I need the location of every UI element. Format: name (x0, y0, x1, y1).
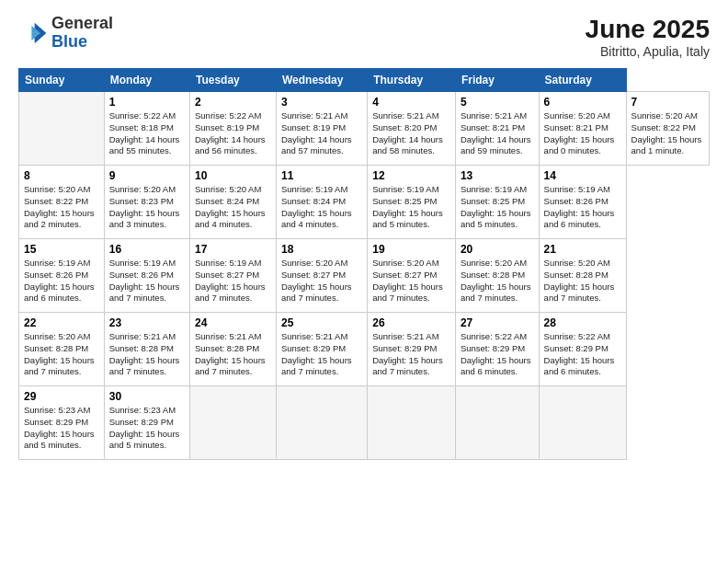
calendar-week-row: 22Sunrise: 5:20 AM Sunset: 8:28 PM Dayli… (19, 313, 710, 386)
weekday-header: Thursday (368, 69, 456, 92)
calendar-cell: 21Sunrise: 5:20 AM Sunset: 8:28 PM Dayli… (539, 239, 626, 313)
calendar-cell-empty (455, 386, 539, 460)
calendar-cell: 22Sunrise: 5:20 AM Sunset: 8:28 PM Dayli… (19, 313, 105, 386)
calendar-title: June 2025 (586, 15, 710, 44)
day-number: 3 (281, 96, 362, 109)
calendar-cell: 12Sunrise: 5:19 AM Sunset: 8:25 PM Dayli… (368, 166, 456, 239)
weekday-header: Wednesday (276, 69, 367, 92)
day-info: Sunrise: 5:21 AM Sunset: 8:29 PM Dayligh… (372, 331, 450, 378)
day-number: 15 (24, 243, 99, 256)
calendar-week-row: 1Sunrise: 5:22 AM Sunset: 8:18 PM Daylig… (19, 92, 710, 166)
calendar-cell: 23Sunrise: 5:21 AM Sunset: 8:28 PM Dayli… (104, 313, 189, 386)
logo: General Blue (18, 15, 113, 52)
calendar-cell-empty (539, 386, 626, 460)
calendar-cell: 15Sunrise: 5:19 AM Sunset: 8:26 PM Dayli… (19, 239, 105, 313)
calendar-cell: 14Sunrise: 5:19 AM Sunset: 8:26 PM Dayli… (539, 166, 626, 239)
day-number: 30 (109, 390, 185, 403)
day-number: 18 (281, 243, 362, 256)
day-number: 2 (195, 96, 271, 109)
day-info: Sunrise: 5:20 AM Sunset: 8:22 PM Dayligh… (631, 110, 704, 157)
calendar-week-row: 15Sunrise: 5:19 AM Sunset: 8:26 PM Dayli… (19, 239, 710, 313)
day-number: 6 (544, 96, 621, 109)
calendar-cell-empty (368, 386, 456, 460)
weekday-header: Saturday (539, 69, 626, 92)
calendar-cell: 13Sunrise: 5:19 AM Sunset: 8:25 PM Dayli… (455, 166, 539, 239)
title-block: June 2025 Bitritto, Apulia, Italy (586, 15, 710, 59)
day-info: Sunrise: 5:21 AM Sunset: 8:21 PM Dayligh… (461, 110, 534, 157)
day-number: 1 (109, 96, 185, 109)
header: General Blue June 2025 Bitritto, Apulia,… (18, 15, 710, 59)
day-number: 13 (461, 169, 534, 182)
calendar-cell: 25Sunrise: 5:21 AM Sunset: 8:29 PM Dayli… (276, 313, 367, 386)
day-number: 23 (109, 316, 185, 329)
day-number: 22 (24, 316, 99, 329)
day-info: Sunrise: 5:23 AM Sunset: 8:29 PM Dayligh… (24, 405, 99, 452)
calendar-week-row: 8Sunrise: 5:20 AM Sunset: 8:22 PM Daylig… (19, 166, 710, 239)
calendar-cell-empty (190, 386, 277, 460)
calendar-cell-empty (19, 92, 105, 166)
day-info: Sunrise: 5:20 AM Sunset: 8:27 PM Dayligh… (372, 258, 450, 304)
day-info: Sunrise: 5:20 AM Sunset: 8:23 PM Dayligh… (109, 184, 185, 231)
day-info: Sunrise: 5:20 AM Sunset: 8:22 PM Dayligh… (24, 184, 99, 231)
day-number: 17 (195, 243, 271, 256)
logo-icon (18, 18, 48, 48)
day-info: Sunrise: 5:20 AM Sunset: 8:24 PM Dayligh… (195, 184, 271, 231)
day-info: Sunrise: 5:22 AM Sunset: 8:29 PM Dayligh… (461, 331, 534, 378)
day-number: 25 (281, 316, 362, 329)
calendar-cell: 26Sunrise: 5:21 AM Sunset: 8:29 PM Dayli… (368, 313, 456, 386)
day-number: 4 (372, 96, 450, 109)
day-number: 24 (195, 316, 271, 329)
calendar-week-row: 29Sunrise: 5:23 AM Sunset: 8:29 PM Dayli… (19, 386, 710, 460)
day-info: Sunrise: 5:19 AM Sunset: 8:26 PM Dayligh… (109, 258, 185, 304)
day-info: Sunrise: 5:19 AM Sunset: 8:25 PM Dayligh… (372, 184, 450, 231)
calendar-cell: 16Sunrise: 5:19 AM Sunset: 8:26 PM Dayli… (104, 239, 189, 313)
calendar-cell: 27Sunrise: 5:22 AM Sunset: 8:29 PM Dayli… (455, 313, 539, 386)
day-info: Sunrise: 5:21 AM Sunset: 8:20 PM Dayligh… (372, 110, 450, 157)
calendar-cell: 9Sunrise: 5:20 AM Sunset: 8:23 PM Daylig… (104, 166, 189, 239)
day-number: 29 (24, 390, 99, 403)
day-info: Sunrise: 5:20 AM Sunset: 8:28 PM Dayligh… (24, 331, 99, 378)
day-number: 11 (281, 169, 362, 182)
day-info: Sunrise: 5:19 AM Sunset: 8:27 PM Dayligh… (195, 258, 271, 304)
calendar-table: SundayMondayTuesdayWednesdayThursdayFrid… (18, 68, 710, 460)
weekday-header: Sunday (19, 69, 105, 92)
day-info: Sunrise: 5:21 AM Sunset: 8:28 PM Dayligh… (195, 331, 271, 378)
calendar-cell: 29Sunrise: 5:23 AM Sunset: 8:29 PM Dayli… (19, 386, 105, 460)
weekday-header: Tuesday (190, 69, 277, 92)
day-info: Sunrise: 5:23 AM Sunset: 8:29 PM Dayligh… (109, 405, 185, 452)
day-info: Sunrise: 5:22 AM Sunset: 8:18 PM Dayligh… (109, 110, 185, 157)
calendar-cell: 18Sunrise: 5:20 AM Sunset: 8:27 PM Dayli… (276, 239, 367, 313)
day-info: Sunrise: 5:19 AM Sunset: 8:25 PM Dayligh… (461, 184, 534, 231)
day-info: Sunrise: 5:19 AM Sunset: 8:26 PM Dayligh… (24, 258, 99, 304)
weekday-header-row: SundayMondayTuesdayWednesdayThursdayFrid… (19, 69, 710, 92)
day-number: 14 (544, 169, 621, 182)
day-info: Sunrise: 5:20 AM Sunset: 8:28 PM Dayligh… (544, 258, 621, 304)
calendar-cell: 20Sunrise: 5:20 AM Sunset: 8:28 PM Dayli… (455, 239, 539, 313)
day-number: 21 (544, 243, 621, 256)
day-info: Sunrise: 5:22 AM Sunset: 8:19 PM Dayligh… (195, 110, 271, 157)
calendar-cell: 11Sunrise: 5:19 AM Sunset: 8:24 PM Dayli… (276, 166, 367, 239)
day-number: 5 (461, 96, 534, 109)
calendar-cell: 4Sunrise: 5:21 AM Sunset: 8:20 PM Daylig… (368, 92, 456, 166)
day-info: Sunrise: 5:19 AM Sunset: 8:26 PM Dayligh… (544, 184, 621, 231)
calendar-cell: 28Sunrise: 5:22 AM Sunset: 8:29 PM Dayli… (539, 313, 626, 386)
calendar-cell: 7Sunrise: 5:20 AM Sunset: 8:22 PM Daylig… (626, 92, 709, 166)
logo-blue: Blue (51, 32, 87, 51)
logo-text: General Blue (51, 15, 113, 52)
day-number: 12 (372, 169, 450, 182)
weekday-header: Monday (104, 69, 189, 92)
calendar-subtitle: Bitritto, Apulia, Italy (586, 44, 710, 59)
day-number: 28 (544, 316, 621, 329)
calendar-cell: 30Sunrise: 5:23 AM Sunset: 8:29 PM Dayli… (104, 386, 189, 460)
calendar-cell-empty (276, 386, 367, 460)
weekday-header: Friday (455, 69, 539, 92)
calendar-cell: 10Sunrise: 5:20 AM Sunset: 8:24 PM Dayli… (190, 166, 277, 239)
day-info: Sunrise: 5:21 AM Sunset: 8:19 PM Dayligh… (281, 110, 362, 157)
calendar-cell: 19Sunrise: 5:20 AM Sunset: 8:27 PM Dayli… (368, 239, 456, 313)
day-number: 20 (461, 243, 534, 256)
calendar-cell: 5Sunrise: 5:21 AM Sunset: 8:21 PM Daylig… (455, 92, 539, 166)
calendar-cell: 3Sunrise: 5:21 AM Sunset: 8:19 PM Daylig… (276, 92, 367, 166)
day-info: Sunrise: 5:20 AM Sunset: 8:21 PM Dayligh… (544, 110, 621, 157)
day-number: 26 (372, 316, 450, 329)
calendar-cell: 6Sunrise: 5:20 AM Sunset: 8:21 PM Daylig… (539, 92, 626, 166)
